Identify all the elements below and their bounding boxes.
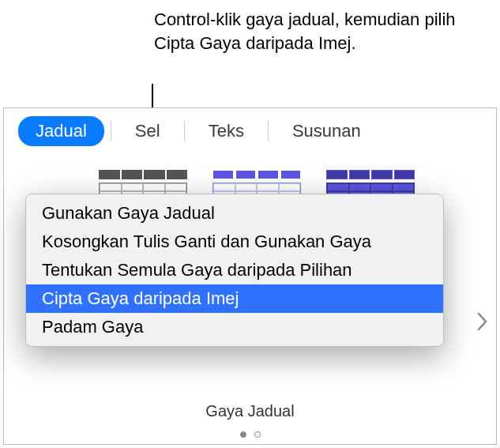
callout-text: Control-klik gaya jadual, kemudian pilih… — [154, 8, 500, 55]
menu-item-redefine-style[interactable]: Tentukan Semula Gaya daripada Pilihan — [26, 256, 443, 284]
menu-item-apply-style[interactable]: Gunakan Gaya Jadual — [26, 199, 443, 228]
context-menu: Gunakan Gaya Jadual Kosongkan Tulis Gant… — [25, 194, 444, 347]
menu-item-clear-overrides[interactable]: Kosongkan Tulis Ganti dan Gunakan Gaya — [26, 228, 443, 256]
chevron-right-icon[interactable] — [477, 312, 488, 335]
tab-jadual[interactable]: Jadual — [18, 116, 104, 146]
tab-teks[interactable]: Teks — [191, 116, 261, 146]
pagination-dots — [240, 431, 261, 438]
page-dot-1[interactable] — [240, 431, 246, 438]
style-section-label: Gaya Jadual — [205, 402, 294, 420]
page-dot-2[interactable] — [254, 431, 261, 438]
tab-divider — [111, 121, 111, 141]
tab-susunan[interactable]: Susunan — [275, 116, 378, 146]
tab-sel[interactable]: Sel — [118, 116, 178, 146]
tabs-bar: Jadual Sel Teks Susunan — [4, 108, 496, 152]
tab-divider — [184, 121, 185, 141]
menu-item-delete-style[interactable]: Padam Gaya — [26, 313, 443, 341]
tab-divider — [268, 121, 269, 141]
menu-item-create-from-image[interactable]: Cipta Gaya daripada Imej — [26, 284, 443, 313]
